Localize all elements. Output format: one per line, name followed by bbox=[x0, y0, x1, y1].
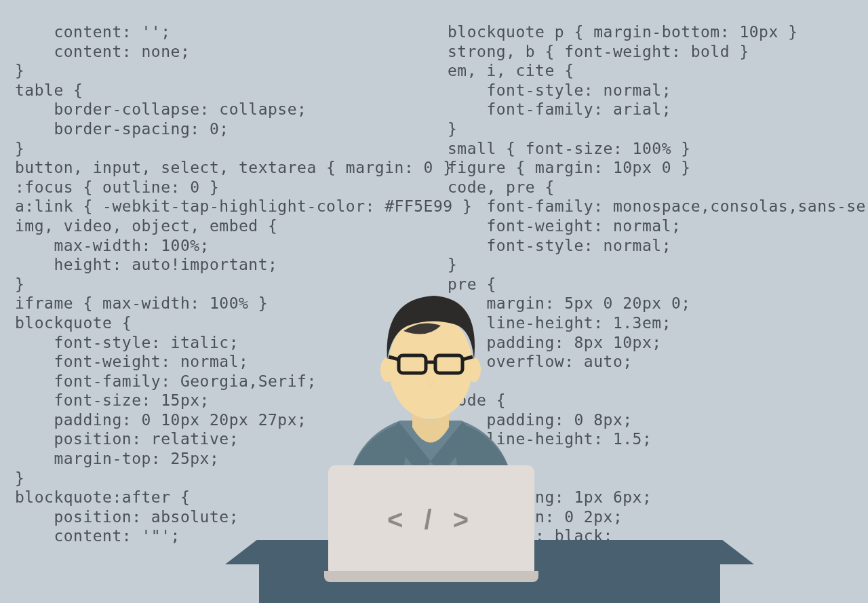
laptop: < / > bbox=[324, 465, 538, 582]
code-icon: < / > bbox=[324, 505, 538, 535]
illustration-stage: content: ''; content: none; } table { bo… bbox=[0, 0, 868, 603]
laptop-base bbox=[324, 571, 538, 582]
